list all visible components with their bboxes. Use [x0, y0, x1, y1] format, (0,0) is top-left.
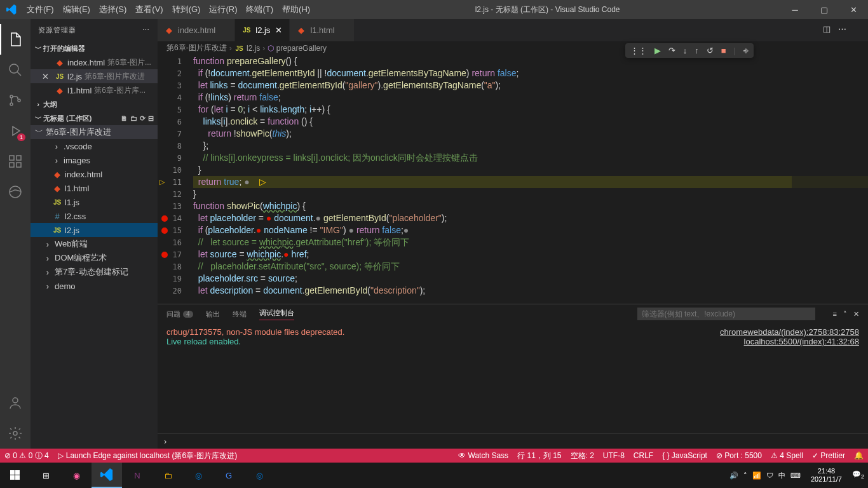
tray-keyboard-icon[interactable]: ⌨ — [790, 471, 801, 480]
output-tab[interactable]: 输出 — [206, 309, 220, 319]
tree-item[interactable]: ›Web前端 — [31, 237, 158, 251]
terminal-tab[interactable]: 终端 — [233, 309, 247, 319]
open-editors-section[interactable]: ﹀打开的编辑器 — [31, 41, 158, 55]
menu-item[interactable]: 帮助(H) — [278, 0, 315, 19]
outline-section[interactable]: ›大纲 — [31, 97, 158, 111]
edge-icon[interactable] — [0, 177, 31, 207]
status-spell[interactable]: ⚠ 4 Spell — [766, 451, 808, 460]
step-into-icon[interactable]: ↓ — [683, 46, 688, 55]
maximize-button[interactable]: ▢ — [810, 0, 839, 19]
status-cursor-pos[interactable]: 行 11，列 15 — [513, 451, 566, 461]
split-editor-icon[interactable]: ◫ — [823, 24, 831, 34]
minimap[interactable] — [792, 92, 868, 219]
tray-wifi-icon[interactable]: 📶 — [752, 471, 761, 480]
status-errors[interactable]: ⊘ 0 ⚠ 0 ⓘ 4 — [0, 451, 53, 461]
start-button[interactable] — [0, 463, 31, 488]
menu-item[interactable]: 文件(F) — [22, 0, 58, 19]
more-actions-icon[interactable]: ⋯ — [838, 24, 846, 34]
settings-gear-icon[interactable] — [0, 418, 31, 449]
status-watch-sass[interactable]: 👁 Watch Sass — [454, 451, 513, 460]
status-port[interactable]: ⊘ Port : 5500 — [712, 451, 766, 460]
panel-close-icon[interactable]: ✕ — [853, 310, 859, 318]
tree-item[interactable]: ›demo — [31, 279, 158, 293]
code-editor[interactable]: function prepareGallery() { if (!documen… — [193, 55, 868, 304]
tree-item[interactable]: ›images — [31, 153, 158, 167]
task-view-icon[interactable]: ⊞ — [31, 463, 61, 488]
tree-item[interactable]: #l2.css — [31, 209, 158, 223]
drag-handle-icon[interactable]: ⋮⋮ — [630, 46, 647, 55]
collapse-icon[interactable]: ⊟ — [148, 114, 154, 123]
debug-console-tab[interactable]: 调试控制台 — [259, 308, 294, 320]
panel-list-icon[interactable]: ≡ — [833, 310, 837, 318]
status-indent[interactable]: 空格: 2 — [566, 451, 599, 461]
minimize-button[interactable]: ─ — [780, 0, 810, 19]
tree-item[interactable]: ›第7章-动态创建标记 — [31, 265, 158, 279]
extensions-icon[interactable] — [0, 146, 31, 177]
taskbar-app-g[interactable]: G — [214, 463, 244, 488]
step-out-icon[interactable]: ↑ — [695, 46, 699, 55]
step-over-icon[interactable]: ↷ — [668, 46, 675, 55]
editor-tab[interactable]: ◆index.html — [158, 19, 235, 41]
source-control-icon[interactable] — [0, 85, 31, 116]
more-icon[interactable]: ⋯ — [142, 26, 150, 34]
explorer-icon[interactable] — [0, 24, 31, 55]
tray-chevron-icon[interactable]: ˄ — [743, 471, 747, 480]
tree-item[interactable]: ◆l1.html — [31, 181, 158, 195]
line-gutter[interactable]: 12345678910▷11121314151617181920 — [158, 55, 193, 304]
status-launch[interactable]: ▷ Launch Edge against localhost (第6章-图片库… — [53, 451, 241, 461]
taskbar-edge-2[interactable]: ◎ — [244, 463, 275, 488]
tree-item[interactable]: JSl1.js — [31, 195, 158, 209]
restart-icon[interactable]: ↺ — [707, 46, 714, 55]
tray-ime[interactable]: 中 — [778, 471, 785, 480]
tree-item[interactable]: ◆index.html — [31, 167, 158, 181]
taskbar-vscode[interactable] — [92, 463, 122, 488]
tray-notifications[interactable]: 💬2 — [852, 470, 864, 480]
continue-icon[interactable]: ▶ — [654, 46, 661, 55]
menu-item[interactable]: 运行(R) — [205, 0, 241, 19]
taskbar-onenote[interactable]: N — [122, 463, 153, 488]
tree-folder-root[interactable]: ﹀第6章-图片库改进 — [31, 125, 158, 139]
tree-item[interactable]: JSl2.js — [31, 223, 158, 237]
breadcrumb[interactable]: 第6章-图片库改进›JS l2.js›⬡ prepareGallery — [158, 41, 868, 55]
panel-filter-input[interactable] — [637, 308, 815, 320]
editor-tab[interactable]: ◆l1.html — [290, 19, 354, 41]
status-prettier[interactable]: ✓ Prettier — [808, 451, 850, 460]
refresh-icon[interactable]: ⟳ — [140, 114, 146, 123]
tree-item[interactable]: ›DOM编程艺术 — [31, 251, 158, 265]
problems-tab[interactable]: 问题4 — [166, 309, 193, 319]
svg-point-3 — [18, 99, 20, 102]
status-encoding[interactable]: UTF-8 — [599, 451, 629, 460]
debug-console-icon[interactable]: ⎆ — [743, 46, 749, 55]
new-folder-icon[interactable]: 🗀 — [130, 114, 137, 123]
account-icon[interactable] — [0, 388, 31, 418]
new-file-icon[interactable]: 🗎 — [121, 114, 128, 123]
stop-icon[interactable]: ■ — [721, 46, 726, 55]
search-icon[interactable] — [0, 55, 31, 85]
tree-item[interactable]: ›.vscode — [31, 139, 158, 153]
open-editor-item[interactable]: ✕JSl2.js 第6章-图片库改进 — [31, 69, 158, 83]
status-bell-icon[interactable]: 🔔 — [850, 451, 868, 460]
panel-caret-icon[interactable]: ˄ — [843, 310, 847, 318]
debug-console-input[interactable]: › — [158, 433, 868, 449]
menu-item[interactable]: 终端(T) — [241, 0, 278, 19]
menu-item[interactable]: 选择(S) — [95, 0, 131, 19]
open-editor-item[interactable]: ✕◆l1.html 第6章-图片库... — [31, 83, 158, 97]
workspace-section[interactable]: ﹀无标题 (工作区) 🗎🗀⟳⊟ — [31, 111, 158, 125]
svg-rect-4 — [10, 156, 14, 160]
status-language[interactable]: { } JavaScript — [658, 451, 712, 460]
taskbar-app-1[interactable]: ◉ — [61, 463, 92, 488]
svg-rect-13 — [10, 475, 15, 480]
taskbar-explorer[interactable]: 🗀 — [153, 463, 183, 488]
tray-clock[interactable]: 21:482021/11/7 — [806, 467, 847, 484]
tray-shield-icon[interactable]: 🛡 — [766, 471, 773, 479]
menu-item[interactable]: 查看(V) — [131, 0, 167, 19]
status-eol[interactable]: CRLF — [629, 451, 658, 460]
menu-item[interactable]: 编辑(E) — [58, 0, 95, 19]
open-editor-item[interactable]: ✕◆index.html 第6章-图片... — [31, 55, 158, 69]
editor-tab[interactable]: JSl2.js✕ — [235, 19, 290, 41]
close-button[interactable]: ✕ — [839, 0, 868, 19]
menu-item[interactable]: 转到(G) — [168, 0, 205, 19]
taskbar-edge-1[interactable]: ◎ — [183, 463, 214, 488]
debug-icon[interactable]: 1 — [0, 116, 31, 146]
tray-speaker-icon[interactable]: 🔊 — [729, 471, 738, 480]
